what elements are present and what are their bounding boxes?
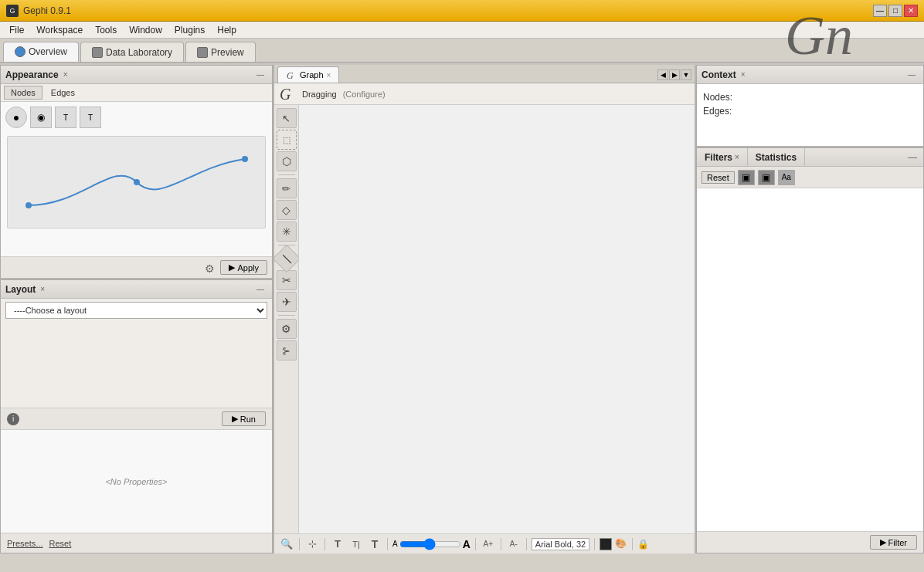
titlebar-left: G Gephi 0.9.1 xyxy=(6,5,71,17)
filters-tab-label: Filters xyxy=(705,152,732,163)
scissors-tool[interactable]: ✂ xyxy=(277,270,297,290)
size-slider-max: A xyxy=(463,538,470,550)
filters-footer: ▶ Filter xyxy=(697,531,923,553)
appearance-title: Appearance xyxy=(5,69,59,80)
plane-tool[interactable]: ✈ xyxy=(277,292,297,312)
pencil-tool[interactable]: ✏ xyxy=(277,178,297,198)
zoom-bottom-icon[interactable]: 🔍 xyxy=(279,536,294,552)
left-panel: Appearance × — Nodes Edges ● ◉ T T xyxy=(0,65,274,553)
graph-tab-close[interactable]: × xyxy=(327,71,331,80)
context-header: Context × — xyxy=(697,66,923,84)
tab-nodes[interactable]: Nodes xyxy=(4,86,42,100)
filter-button[interactable]: ▶ Filter xyxy=(870,535,917,550)
filter-icon-3[interactable]: Aa xyxy=(778,170,795,185)
appearance-sub-tabs: Nodes Edges xyxy=(1,84,272,102)
layout-select[interactable]: ----Choose a layout xyxy=(5,302,267,319)
main-tab-bar: Overview Data Laboratory Preview xyxy=(0,39,259,62)
menu-help[interactable]: Help xyxy=(211,23,243,37)
reset-layout-link[interactable]: Reset xyxy=(49,539,71,548)
bottom-sep-6 xyxy=(526,538,527,550)
tab-prev-button[interactable]: ◀ xyxy=(657,69,668,80)
run-button[interactable]: ▶ Run xyxy=(222,411,266,426)
apply-button[interactable]: ▶ Apply xyxy=(220,260,267,275)
presets-link[interactable]: Presets... xyxy=(7,539,42,548)
filters-minimize-button[interactable]: — xyxy=(902,152,923,163)
layout-properties: <No Properties> xyxy=(1,430,272,533)
statistics-tab-label: Statistics xyxy=(756,152,797,163)
label-icon[interactable]: T xyxy=(55,107,76,128)
context-close-button[interactable]: × xyxy=(739,70,747,79)
menu-plugins[interactable]: Plugins xyxy=(168,23,211,37)
statistics-tab[interactable]: Statistics xyxy=(748,148,805,167)
filters-tab-close[interactable]: × xyxy=(735,153,739,161)
select-rect-tool[interactable]: ⬚ xyxy=(277,130,297,150)
menu-window[interactable]: Window xyxy=(123,23,168,37)
filter-icon-2[interactable]: ▣ xyxy=(758,170,775,185)
text-bottom-icon[interactable]: T xyxy=(330,536,345,552)
filters-stats-header: Filters × Statistics — xyxy=(697,148,923,167)
context-minimize-button[interactable]: — xyxy=(905,70,919,79)
svg-point-3 xyxy=(242,156,248,162)
tab-data-laboratory[interactable]: Data Laboratory xyxy=(80,42,184,62)
no-properties-label: <No Properties> xyxy=(105,477,167,486)
tab-preview[interactable]: Preview xyxy=(185,42,256,62)
tab-menu-button[interactable]: ▼ xyxy=(681,69,691,80)
context-header-left: Context × xyxy=(701,69,747,80)
line-tool[interactable]: | xyxy=(274,245,301,273)
menu-workspace[interactable]: Workspace xyxy=(30,23,89,37)
appearance-content: ● ◉ T T xyxy=(1,102,272,256)
size-node-icon[interactable]: ◉ xyxy=(30,107,52,128)
color-picker[interactable] xyxy=(600,538,612,550)
diamond-tool[interactable]: ◇ xyxy=(277,200,297,220)
layout-minimize-button[interactable]: — xyxy=(253,285,267,293)
layout-select-wrapper: ----Choose a layout xyxy=(1,299,272,408)
size-slider[interactable] xyxy=(399,540,461,549)
appearance-minimize-button[interactable]: — xyxy=(253,70,267,79)
font-size-down-button[interactable]: A- xyxy=(506,536,521,552)
text-tool2[interactable]: T xyxy=(367,536,382,552)
layout-header-left: Layout × xyxy=(5,284,46,295)
preview-icon xyxy=(197,47,208,58)
edges-row: Edges: xyxy=(703,104,917,118)
filter-icon-1[interactable]: ▣ xyxy=(738,170,755,185)
tool-sep-3 xyxy=(278,315,295,316)
filter-triangle: ▶ xyxy=(880,537,886,547)
cursor-tool[interactable]: ↖ xyxy=(277,108,297,128)
edges-label: Edges: xyxy=(703,106,732,117)
appearance-close-button[interactable]: × xyxy=(62,70,70,79)
right-panel: Context × — Nodes: Edges: Fi xyxy=(696,65,924,553)
lock-button[interactable]: 🔒 xyxy=(637,539,649,550)
info-button[interactable]: i xyxy=(7,413,19,425)
gear-tool[interactable]: ⚙ xyxy=(277,319,297,339)
lasso-tool[interactable]: ⬡ xyxy=(277,151,297,171)
label-size-icon[interactable]: T xyxy=(80,107,101,128)
layout-footer: Presets... Reset xyxy=(1,533,272,553)
size-slider-area: A A xyxy=(392,538,470,550)
menu-file[interactable]: File xyxy=(3,23,30,37)
filters-tab[interactable]: Filters × xyxy=(697,148,748,167)
run-triangle: ▶ xyxy=(232,414,238,424)
svg-point-2 xyxy=(134,179,140,185)
text-cursor-icon[interactable]: T| xyxy=(348,536,364,552)
gephi-toolbar-logo: G xyxy=(279,86,296,103)
magnet-tool[interactable]: ⊱ xyxy=(277,340,297,360)
move-bottom-icon[interactable]: ⊹ xyxy=(304,536,320,552)
reset-filters-button[interactable]: Reset xyxy=(701,171,735,184)
tab-overview[interactable]: Overview xyxy=(3,42,79,62)
color-node-icon[interactable]: ● xyxy=(5,107,27,128)
graph-canvas[interactable] xyxy=(299,105,695,533)
layout-close-button[interactable]: × xyxy=(39,285,46,293)
font-size-up-button[interactable]: A+ xyxy=(481,536,496,552)
layout-title: Layout xyxy=(5,284,36,295)
tab-next-button[interactable]: ▶ xyxy=(669,69,680,80)
color-palette-button[interactable]: 🎨 xyxy=(615,538,627,550)
graph-tab[interactable]: G Graph × xyxy=(277,66,339,83)
menu-tools[interactable]: Tools xyxy=(89,23,123,37)
tab-edges[interactable]: Edges xyxy=(44,86,82,100)
font-selector[interactable]: Arial Bold, 32 xyxy=(532,538,589,550)
asterisk-tool[interactable]: ✳ xyxy=(277,222,297,242)
graph-bottom-toolbar: 🔍 ⊹ T T| T A A A+ A- Arial Bold, 32 xyxy=(274,533,695,553)
toolbar-configure[interactable]: (Configure) xyxy=(343,90,386,99)
filter-label: Filter xyxy=(888,538,907,547)
gephi-logo: Gn xyxy=(769,0,924,62)
